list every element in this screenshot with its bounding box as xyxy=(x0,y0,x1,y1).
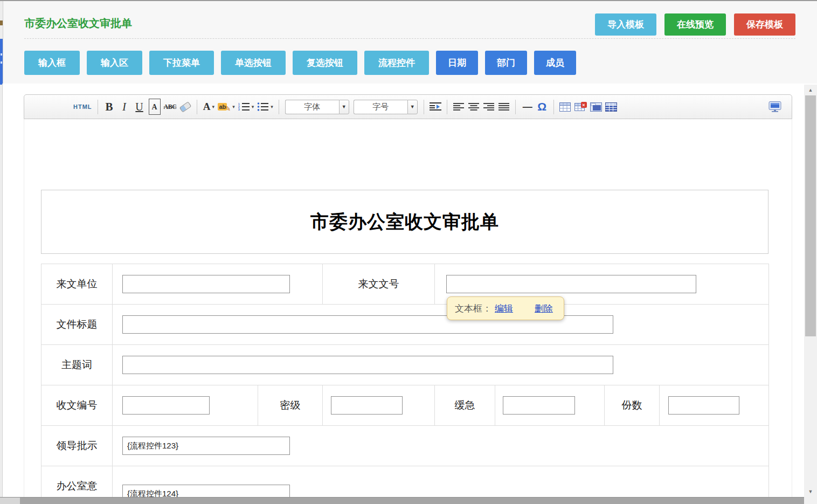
boxed-a-icon[interactable]: A xyxy=(149,99,161,115)
doc-number-label: 来文文号 xyxy=(323,264,435,305)
source-unit-input[interactable] xyxy=(122,275,290,293)
approval-form-table: 来文单位 来文文号 文件标题 主题词 收文编号 密级 缓急 份数 xyxy=(41,264,769,497)
copies-label: 份数 xyxy=(605,385,660,426)
chevron-down-icon[interactable]: ▼ xyxy=(339,100,349,114)
add-textarea-button[interactable]: 输入区 xyxy=(87,51,142,75)
doc-title-label: 文件标题 xyxy=(41,305,113,345)
fullscreen-icon[interactable] xyxy=(768,99,781,115)
leader-instruction-label: 领导批示 xyxy=(41,426,113,466)
toolbar-separator xyxy=(515,100,516,114)
table-properties-icon[interactable] xyxy=(605,99,617,115)
window-bottom-edge xyxy=(0,497,804,504)
scrollbar-thumb[interactable] xyxy=(805,95,816,336)
toolbar-separator xyxy=(197,100,197,114)
table-cell-icon[interactable] xyxy=(590,99,602,115)
tooltip-label: 文本框： xyxy=(455,302,491,315)
font-size-select[interactable]: 字号▼ xyxy=(354,100,418,114)
copies-input[interactable] xyxy=(668,396,739,415)
add-date-button[interactable]: 日期 xyxy=(436,51,478,75)
insert-table-icon[interactable] xyxy=(559,99,571,115)
strikethrough-icon[interactable]: ABC xyxy=(164,99,177,115)
toolbar-separator xyxy=(553,100,554,114)
delete-link[interactable]: 删除 xyxy=(535,302,553,315)
security-label: 密级 xyxy=(258,385,323,426)
indent-icon[interactable] xyxy=(430,99,441,115)
import-template-button[interactable]: 导入模板 xyxy=(595,13,656,36)
align-center-icon[interactable] xyxy=(468,99,480,115)
header-divider xyxy=(24,38,795,39)
document-title: 市委办公室收文审批单 xyxy=(310,210,499,234)
svg-text:3: 3 xyxy=(238,108,240,111)
add-input-box-button[interactable]: 输入框 xyxy=(24,51,80,75)
toolbar-separator xyxy=(447,100,447,114)
office-opinion-label: 办公室意 xyxy=(41,466,113,498)
align-justify-icon[interactable] xyxy=(498,99,510,115)
special-char-icon[interactable]: Ω xyxy=(536,99,548,115)
online-preview-button[interactable]: 在线预览 xyxy=(664,13,726,36)
template-actions: 导入模板 在线预览 保存模板 xyxy=(595,13,795,36)
table-row: 文件标题 xyxy=(41,305,769,345)
table-row: 主题词 xyxy=(41,345,769,385)
svg-text:×: × xyxy=(582,102,585,108)
scroll-down-icon[interactable]: ▼ xyxy=(804,488,817,495)
textbox-context-tooltip: 文本框： 编辑 删除 xyxy=(447,296,564,320)
html-source-icon[interactable]: HTML xyxy=(73,99,92,115)
receipt-no-input[interactable] xyxy=(122,396,210,415)
editor-toolbar: HTML B I U A ABC A▾ ab✎▾ 123 ▾ ▾ 字体▼ 字号▼ xyxy=(24,94,792,119)
source-unit-label: 来文单位 xyxy=(41,264,113,305)
header: 市委办公室收文审批单 导入模板 在线预览 保存模板 输入框 输入区 下拉菜单 单… xyxy=(3,1,817,84)
font-color-icon[interactable]: A▾ xyxy=(203,99,214,115)
save-template-button[interactable]: 保存模板 xyxy=(734,13,795,36)
subject-label: 主题词 xyxy=(41,345,113,385)
table-row: 办公室意 xyxy=(41,466,769,498)
chevron-down-icon[interactable]: ▼ xyxy=(407,100,418,114)
bold-icon[interactable]: B xyxy=(103,99,115,115)
underline-icon[interactable]: U xyxy=(134,99,146,115)
edit-link[interactable]: 编辑 xyxy=(495,302,513,315)
align-right-icon[interactable] xyxy=(483,99,495,115)
toolbar-separator xyxy=(279,100,279,114)
vertical-scrollbar[interactable]: ▲ ▼ xyxy=(804,85,817,504)
rich-text-editor: HTML B I U A ABC A▾ ab✎▾ 123 ▾ ▾ 字体▼ 字号▼ xyxy=(3,85,804,497)
italic-icon[interactable]: I xyxy=(119,99,130,115)
add-radio-button[interactable]: 单选按钮 xyxy=(221,51,286,75)
toolbar-separator xyxy=(98,100,98,114)
add-dropdown-button[interactable]: 下拉菜单 xyxy=(149,51,214,75)
table-row: 来文单位 来文文号 xyxy=(41,264,769,305)
table-row: 领导批示 xyxy=(41,426,769,466)
align-left-icon[interactable] xyxy=(453,99,465,115)
toolbar-separator xyxy=(424,100,424,114)
receipt-no-label: 收文编号 xyxy=(41,385,113,426)
ordered-list-icon[interactable]: 123 ▾ xyxy=(238,99,254,115)
font-family-select[interactable]: 字体▼ xyxy=(285,100,349,114)
horizontal-rule-icon[interactable]: — xyxy=(521,99,533,115)
scroll-up-icon[interactable]: ▲ xyxy=(804,86,817,94)
add-department-button[interactable]: 部门 xyxy=(485,51,527,75)
urgency-label: 缓急 xyxy=(435,385,495,426)
security-input[interactable] xyxy=(331,396,403,415)
page-title: 市委办公室收文审批单 xyxy=(24,16,132,31)
unordered-list-icon[interactable]: ▾ xyxy=(257,99,273,115)
doc-number-input[interactable] xyxy=(446,275,696,293)
document-title-box: 市委办公室收文审批单 xyxy=(41,190,768,254)
add-checkbox-button[interactable]: 复选按钮 xyxy=(293,51,357,75)
editor-canvas[interactable]: 市委办公室收文审批单 来文单位 来文文号 文件标题 主题词 收文 xyxy=(24,119,792,497)
urgency-input[interactable] xyxy=(503,396,575,415)
delete-table-icon[interactable]: × xyxy=(574,99,587,115)
table-row: 收文编号 密级 缓急 份数 xyxy=(41,385,769,426)
highlight-icon[interactable]: ab✎▾ xyxy=(218,99,234,115)
leader-instruction-input[interactable] xyxy=(122,437,290,455)
add-flow-control-button[interactable]: 流程控件 xyxy=(364,51,429,75)
control-toolbar: 输入框 输入区 下拉菜单 单选按钮 复选按钮 流程控件 日期 部门 成员 xyxy=(24,51,576,75)
office-opinion-input[interactable] xyxy=(122,485,290,497)
add-member-button[interactable]: 成员 xyxy=(534,51,576,75)
subject-input[interactable] xyxy=(122,356,613,374)
eraser-icon[interactable] xyxy=(179,99,191,115)
window-bottom-edge-left xyxy=(0,498,20,504)
